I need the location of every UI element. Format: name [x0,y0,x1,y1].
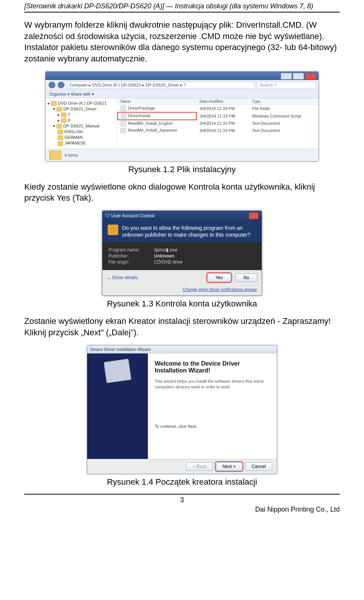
status-bar: 4 items [46,149,318,161]
paragraph-1: W wybranym folderze kliknij dwukrotnie n… [24,19,340,64]
maximize-button[interactable] [293,73,304,80]
uac-details: Program name:dpinst▮.exe Publisher:Unkno… [102,242,262,270]
text-file-icon [121,128,126,133]
company-name: Dai Nippon Printing Co., Ltd [24,506,340,514]
folder-tree[interactable]: ▸ DVD Drive (K:) DP-DS621 ▾ DP-DS621_Dri… [46,98,117,149]
window-titlebar [46,72,318,80]
shield-icon [108,225,118,235]
explorer-window: Computer ▸ DVD Drive (K:) DP-DS620 ▸ DP-… [45,71,319,162]
minimize-button[interactable] [281,73,292,80]
wizard-heading: Welcome to the Device Driver Installatio… [155,360,270,374]
show-details-toggle[interactable]: ⌄ Show details [107,275,138,280]
close-button[interactable] [305,73,316,80]
yes-button[interactable]: Yes [207,273,231,282]
paragraph-3: Zostanie wyświetlony ekran Kreator insta… [24,316,340,338]
page-number: 3 [180,496,184,504]
folder-icon [49,151,61,160]
paragraph-2: Kiedy zostanie wyświetlone okno dialogow… [24,181,340,204]
next-button[interactable]: Next > [216,462,242,471]
uac-dialog: 🛡 User Account Control Do you want to al… [102,210,262,296]
uac-settings-link[interactable]: Change when these notifications appear [183,287,257,292]
col-type[interactable]: Type [249,98,318,105]
cmd-file-icon [121,113,126,119]
file-row[interactable]: ReadMe_Install_English 3/4/2014 11:33 PM… [118,120,318,127]
wizard-titlebar: Device Driver Installation Wizard [87,346,277,353]
tree-node[interactable]: ▸ 8 [47,118,115,123]
tree-node[interactable]: ▸ 7 [47,112,115,118]
no-button[interactable]: No [235,273,257,282]
page-footer: 3 Dai Nippon Printing Co., Ltd [24,494,340,514]
col-name[interactable]: Name [118,98,196,105]
text-file-icon [121,121,126,126]
uac-question: Do you want to allow the following progr… [122,225,256,238]
wizard-side-graphic [87,353,148,459]
file-row-highlighted[interactable]: DriverInstall 3/4/2014 11:33 PMWindows C… [118,112,318,120]
nav-forward-icon[interactable] [58,82,64,88]
tree-node[interactable]: ▾ DP-DS621_Manual [47,123,115,129]
wizard-description: This wizard helps you install the softwa… [155,379,270,390]
file-row[interactable]: ReadMe_Install_Japanese 3/4/2014 11:33 P… [118,127,318,134]
device-icon [104,358,131,383]
nav-back-icon[interactable] [49,82,55,88]
header-text: [Sterownik drukarki DP-DS620/DP-DS620 (A… [24,2,313,10]
file-row[interactable]: DriverPackage 3/4/2014 11:33 PMFile fold… [118,105,318,112]
tree-node[interactable]: ENGLISH [47,129,115,135]
address-bar[interactable]: Computer ▸ DVD Drive (K:) DP-DS620 ▸ DP-… [67,82,255,89]
tree-node[interactable]: ▾ DP-DS621_Driver [47,106,115,112]
page-header: [Sterownik drukarki DP-DS620/DP-DS620 (A… [24,0,340,13]
figure-caption-1: Rysunek 1.2 Plik instalacyjny [24,165,340,174]
tree-node[interactable]: JAPANESE [47,140,115,146]
tree-node[interactable]: GERMAN [47,135,115,140]
back-button: < Back [186,462,213,471]
tree-node[interactable]: ▸ DVD Drive (K:) DP-DS621 [47,101,115,106]
uac-title: 🛡 User Account Control [105,213,154,218]
search-input[interactable]: Search 7 [257,82,315,88]
explorer-toolbar[interactable]: Organize ▾ Share with ▾ [46,91,318,98]
close-button[interactable] [249,212,259,219]
wizard-window: Device Driver Installation Wizard Welcom… [87,345,277,474]
figure-caption-3: Rysunek 1.4 Początek kreatora instalacji [24,477,340,487]
folder-icon [121,106,126,111]
cancel-button[interactable]: Cancel [245,462,272,471]
file-list: Name Date modified Type DriverPackage 3/… [117,98,318,149]
col-date[interactable]: Date modified [196,98,249,105]
figure-caption-2: Rysunek 1.3 Kontrola konta użytkownika [24,299,340,309]
wizard-continue-hint: To continue, click Next. [155,424,270,429]
